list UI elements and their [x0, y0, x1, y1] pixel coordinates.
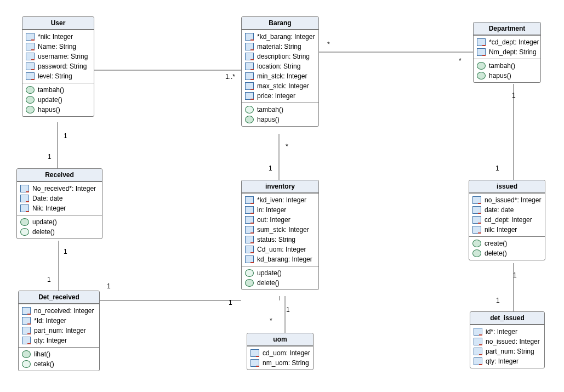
attr-row: location: String — [242, 61, 318, 71]
meth-row: create() — [469, 238, 545, 248]
meth-row: lihat() — [19, 349, 99, 359]
attr-text: *Id: Integer — [34, 317, 66, 325]
mult-label: 1 — [495, 164, 499, 172]
meth-row: delete() — [17, 227, 102, 237]
class-uom[interactable]: uom cd_uom: Integer nm_uom: String — [247, 333, 314, 370]
attr-row: no_issued: Integer — [470, 337, 544, 346]
attr-icon — [22, 307, 31, 315]
class-barang[interactable]: Barang *kd_barang: Integer material: Str… — [241, 16, 319, 127]
attr-text: part_num: String — [486, 348, 534, 355]
attr-text: *kd_barang: Integer — [257, 33, 315, 41]
attr-text: level: String — [38, 72, 72, 80]
attr-row: *kd_barang: Integer — [242, 32, 318, 42]
meth-row: hapus() — [242, 115, 318, 124]
class-title: Barang — [242, 17, 318, 30]
meth-section: tambah() update() hapus() — [22, 83, 94, 116]
meth-row: update() — [242, 268, 318, 278]
attr-icon — [22, 327, 31, 334]
meth-text: hapus() — [257, 116, 280, 123]
attr-row: Name: String — [22, 42, 94, 52]
class-det-received[interactable]: Det_received no_received: Integer *Id: I… — [18, 291, 100, 371]
attr-text: no_issued: Integer — [486, 338, 540, 345]
meth-icon — [22, 360, 31, 368]
meth-text: create() — [485, 240, 507, 247]
class-issued[interactable]: issued no_issued*: Integer date: date cd… — [469, 180, 545, 260]
mult-label: 1 — [513, 271, 517, 279]
attr-row: password: String — [22, 61, 94, 71]
attr-text: nm_uom: String — [263, 359, 309, 367]
attr-icon — [472, 206, 481, 214]
meth-text: tambah() — [38, 86, 64, 94]
meth-icon — [26, 106, 35, 113]
meth-icon — [22, 350, 31, 358]
meth-text: delete() — [32, 228, 55, 236]
meth-icon — [245, 279, 254, 287]
attr-row: username: String — [22, 52, 94, 61]
attr-row: nm_uom: String — [247, 358, 313, 368]
attr-icon — [22, 317, 31, 325]
attr-text: description: String — [257, 53, 310, 60]
attr-row: part_num: String — [470, 346, 544, 356]
attr-icon — [20, 185, 29, 192]
mult-label: 1 — [512, 92, 516, 99]
class-title: inventory — [242, 180, 318, 193]
attr-row: material: String — [242, 42, 318, 52]
meth-icon — [477, 62, 486, 70]
attr-icon — [474, 348, 482, 355]
attr-icon — [477, 38, 486, 46]
meth-row: delete() — [242, 278, 318, 288]
meth-icon — [20, 228, 29, 236]
attr-text: Nik: Integer — [32, 204, 66, 212]
attr-icon — [26, 43, 35, 50]
attr-row: Nm_dept: String — [474, 47, 540, 57]
attr-row: cd_uom: Integer — [247, 348, 313, 358]
meth-section: create() delete() — [469, 236, 545, 260]
meth-row: tambah() — [474, 61, 540, 71]
meth-text: delete() — [257, 279, 280, 287]
attr-text: cd_uom: Integer — [263, 349, 310, 357]
attr-text: No_received*: Integer — [32, 185, 96, 192]
attr-text: max_stck: Integer — [257, 82, 309, 90]
attr-section: No_received*: Integer Date: date Nik: In… — [17, 181, 102, 215]
class-user[interactable]: User *nik: Integer Name: String username… — [22, 16, 94, 117]
attr-icon — [245, 63, 254, 70]
attr-icon — [26, 63, 35, 70]
attr-row: no_issued*: Integer — [469, 195, 545, 205]
class-department[interactable]: Department *cd_dept: Integer Nm_dept: St… — [473, 22, 541, 83]
mult-label: 1..* — [225, 73, 235, 81]
attr-section: no_received: Integer *Id: Integer part_n… — [19, 304, 99, 347]
meth-icon — [477, 72, 486, 79]
mult-label: * — [286, 143, 288, 150]
meth-row: tambah() — [242, 105, 318, 115]
class-det-issued[interactable]: det_issued id*: Integer no_issued: Integ… — [470, 311, 545, 368]
meth-icon — [245, 106, 254, 113]
attr-row: out: Integer — [242, 215, 318, 225]
attr-row: in: Integer — [242, 205, 318, 215]
attr-text: username: String — [38, 53, 88, 60]
attr-icon — [474, 338, 482, 345]
attr-text: out: Integer — [257, 216, 290, 224]
attr-icon — [474, 328, 482, 336]
attr-section: *cd_dept: Integer Nm_dept: String — [474, 35, 540, 59]
attr-section: no_issued*: Integer date: date cd_dept: … — [469, 193, 545, 236]
attr-icon — [245, 82, 254, 90]
meth-text: update() — [257, 269, 282, 277]
class-received[interactable]: Received No_received*: Integer Date: dat… — [16, 168, 102, 239]
mult-label: 1 — [229, 299, 232, 306]
attr-icon — [474, 357, 482, 365]
attr-row: Date: date — [17, 194, 102, 203]
meth-row: tambah() — [22, 85, 94, 95]
meth-text: hapus() — [489, 72, 511, 79]
attr-text: material: String — [257, 43, 301, 50]
attr-text: Nm_dept: String — [489, 48, 537, 56]
attr-text: nik: Integer — [485, 226, 517, 234]
attr-row: nik: Integer — [469, 225, 545, 235]
attr-icon — [20, 204, 29, 212]
class-inventory[interactable]: inventory *kd_iven: Integer in: Integer … — [241, 180, 319, 290]
attr-icon — [245, 246, 254, 253]
attr-section: id*: Integer no_issued: Integer part_num… — [470, 325, 544, 368]
meth-section: lihat() cetak() — [19, 347, 99, 371]
attr-row: *nik: Integer — [22, 32, 94, 42]
attr-row: kd_barang: Integer — [242, 254, 318, 264]
mult-label: * — [459, 57, 462, 65]
